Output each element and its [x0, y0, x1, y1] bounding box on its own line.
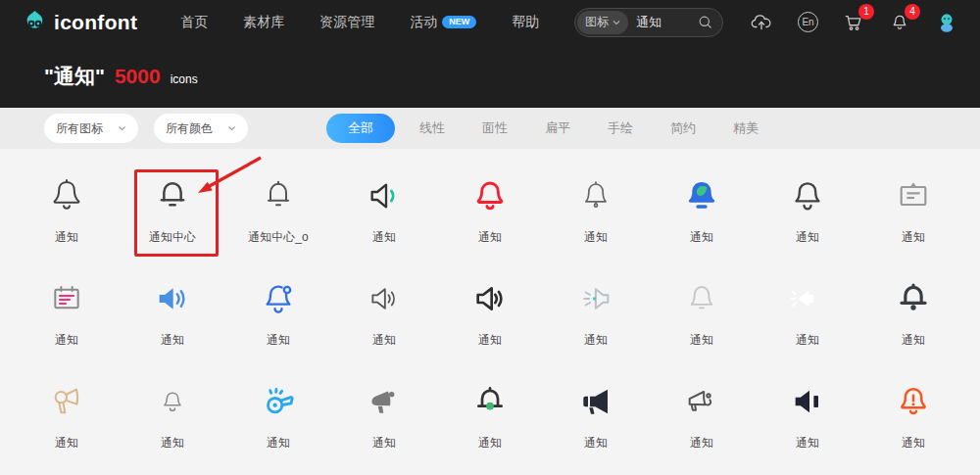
search-bar[interactable]: 图标 [574, 8, 723, 37]
icon-label: 通知 [584, 435, 608, 451]
language-button[interactable]: En [798, 12, 818, 32]
icon-label: 通知 [161, 435, 184, 451]
icon-card[interactable]: 通知 [755, 267, 860, 370]
icon-card[interactable]: 通知 [331, 370, 437, 473]
icon-card[interactable]: 通知 [860, 370, 966, 473]
chevron-down-icon [227, 125, 236, 131]
icon-label: 通知 [478, 229, 502, 246]
icon-label: 通知 [690, 435, 713, 451]
icon-card[interactable]: 通知 [225, 267, 331, 370]
icon-card[interactable]: 通知 [331, 267, 437, 370]
bell-orange-alert-icon [892, 380, 935, 423]
result-count: 5000 [115, 65, 161, 88]
icon-card[interactable]: 通知中心_o [225, 165, 331, 267]
user-avatar[interactable] [935, 11, 958, 34]
tab-delicate[interactable]: 精美 [714, 119, 777, 137]
speaker-bold-icon [468, 277, 512, 320]
search-input[interactable] [636, 15, 693, 29]
megaphone-tan-icon [45, 380, 88, 423]
icon-card[interactable]: 通知 [225, 370, 331, 473]
icon-label: 通知 [478, 435, 502, 451]
cart-button[interactable]: 1 [843, 12, 864, 33]
icon-label: 通知 [690, 229, 713, 246]
tab-all[interactable]: 全部 [326, 114, 395, 143]
icon-card[interactable]: 通知 [755, 370, 860, 473]
bell-blue-leaf-icon [680, 174, 723, 217]
speaker-left-light-icon [574, 277, 617, 320]
icon-card[interactable]: 通知 [120, 267, 225, 370]
icon-label: 通知 [372, 435, 396, 451]
icon-label: 通知 [902, 435, 925, 451]
icon-label: 通知 [372, 229, 396, 246]
nav-item-library[interactable]: 素材库 [243, 14, 284, 31]
bell-light-icon [680, 277, 723, 320]
tab-simple[interactable]: 简约 [652, 119, 714, 137]
icon-label: 通知 [55, 332, 78, 349]
icon-card[interactable]: 通知 [860, 165, 966, 267]
icon-label: 通知 [267, 332, 290, 349]
icon-card[interactable]: 通知 [649, 165, 755, 267]
tab-line[interactable]: 线性 [401, 119, 464, 137]
color-dropdown[interactable]: 所有颜色 [154, 114, 248, 143]
icon-card[interactable]: 通知 [331, 165, 437, 267]
tab-flat[interactable]: 扁平 [526, 119, 589, 137]
icon-card[interactable]: 通知 [860, 267, 966, 370]
icon-card[interactable]: 通知 [649, 370, 755, 473]
icon-card[interactable]: 通知 [437, 267, 543, 370]
icon-grid: 通知 通知中心 通知中心_o 通知 通知 通知 通知 通知 通知 通知 通知 通… [0, 149, 980, 473]
bell-dome-icon [151, 174, 194, 217]
icon-card[interactable]: 通知 [543, 370, 649, 473]
bell-grey-icon [151, 380, 194, 423]
speaker-blue-filled-icon [151, 277, 194, 320]
icon-label: 通知 [55, 229, 78, 246]
style-tabs: 全部 线性 面性 扁平 手绘 简约 精美 [326, 114, 777, 143]
icon-label: 通知 [161, 332, 184, 349]
bell-bold-icon [892, 277, 935, 320]
upload-button[interactable] [750, 11, 773, 34]
icon-card[interactable]: 通知 [14, 267, 120, 370]
whistle-blue-icon [257, 380, 300, 423]
cart-count-badge: 1 [858, 4, 874, 20]
search-icon[interactable] [697, 14, 713, 30]
icon-card[interactable]: 通知 [437, 165, 543, 267]
result-unit: icons [171, 72, 198, 86]
icon-type-dropdown[interactable]: 所有图标 [44, 114, 138, 143]
nav-item-home[interactable]: 首页 [180, 14, 208, 31]
icon-label: 通知 [796, 229, 819, 246]
notifications-button[interactable]: 4 [889, 12, 910, 33]
tab-fill[interactable]: 面性 [464, 119, 526, 137]
language-en-icon: En [798, 12, 818, 32]
notice-board-pink-icon [45, 277, 88, 320]
icon-card[interactable]: 通知 [14, 165, 120, 267]
logo-text: iconfont [54, 11, 137, 34]
search-category-dropdown[interactable]: 图标 [577, 11, 628, 34]
bell-green-dot-icon [468, 380, 512, 423]
icon-card[interactable]: 通知 [543, 165, 649, 267]
icon-card[interactable]: 通知 [437, 370, 543, 473]
avatar-mascot-icon [935, 11, 958, 34]
icon-card[interactable]: 通知 [14, 370, 120, 473]
speaker-dark-bar-icon [786, 380, 829, 423]
iconfont-logo[interactable]: iconfont [22, 9, 137, 35]
nav-item-help[interactable]: 帮助 [512, 14, 539, 31]
icon-card[interactable]: 通知 [755, 165, 860, 267]
nav-item-events[interactable]: 活动 NEW [410, 14, 476, 31]
bell-classic-icon [45, 174, 88, 217]
icon-card[interactable]: 通知 [649, 267, 755, 370]
chevron-down-icon [118, 125, 126, 131]
icon-label: 通知 [796, 332, 819, 349]
icon-card[interactable]: 通知 [120, 370, 225, 473]
icon-label: 通知 [478, 332, 502, 349]
header-actions: En 1 4 [750, 11, 958, 34]
nav-item-resources[interactable]: 资源管理 [319, 14, 374, 31]
tab-handdrawn[interactable]: 手绘 [589, 119, 652, 137]
icon-label: 通知 [902, 229, 925, 246]
search-result-title: "通知" 5000 icons [0, 44, 980, 108]
upload-cloud-icon [750, 11, 773, 34]
bell-dome-thin-icon [257, 174, 300, 217]
icon-card[interactable]: 通知 [543, 267, 649, 370]
megaphone-outline-icon [680, 380, 723, 423]
speaker-white-icon [786, 277, 829, 320]
icon-card[interactable]: 通知中心 [120, 165, 225, 267]
icon-label: 通知中心_o [248, 229, 308, 246]
